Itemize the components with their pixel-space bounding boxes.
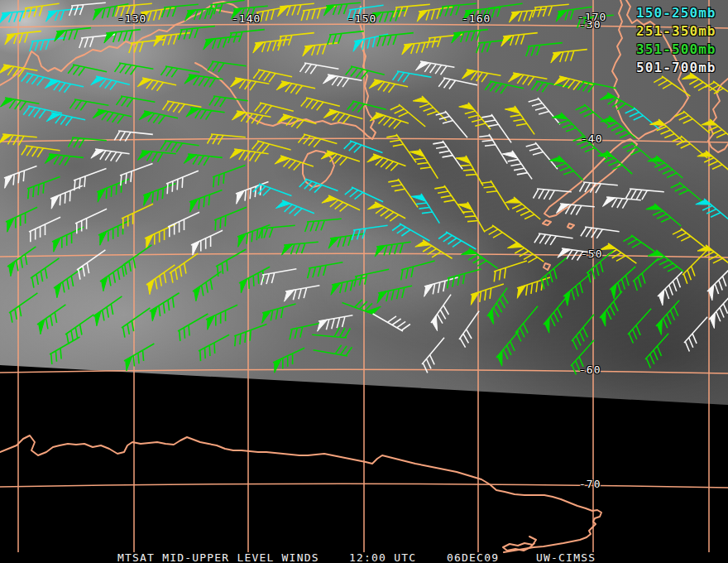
wind-barb-staff: [50, 337, 79, 364]
wind-barb-pennant: [148, 280, 154, 295]
wind-barb: [261, 269, 297, 286]
wind-barb: [104, 30, 141, 44]
wind-barb: [603, 197, 641, 209]
wind-barb: [45, 154, 84, 166]
wind-barb-pennant: [9, 262, 15, 277]
wind-barb: [438, 232, 476, 249]
wind-barb: [534, 233, 573, 245]
wind-barb: [122, 204, 153, 229]
wind-barb: [204, 36, 240, 51]
wind-barb: [160, 141, 199, 152]
wind-barb: [540, 257, 567, 289]
wind-barb-pennant: [697, 246, 713, 251]
wind-barb-staff: [300, 63, 339, 74]
wind-barb-pennant: [611, 284, 617, 300]
wind-barb: [457, 202, 485, 232]
wind-barb-staff: [684, 317, 707, 352]
wind-barb-staff: [393, 71, 432, 82]
wind-barb-pennant: [55, 283, 61, 298]
wind-barb-staff: [388, 179, 418, 207]
wind-barb: [9, 293, 37, 323]
wind-barb-pennant: [544, 318, 549, 334]
wind-barb-staff: [27, 177, 60, 200]
wind-barb-staff: [532, 81, 571, 92]
wind-barb-pennant: [497, 351, 502, 367]
wind-barb: [532, 81, 571, 92]
wind-barb: [124, 344, 154, 371]
wind-barb: [656, 301, 679, 335]
wind-barb: [673, 229, 708, 250]
wind-barb-pennant: [432, 315, 438, 331]
wind-barb-pennant: [648, 251, 663, 256]
wind-barb: [31, 258, 59, 288]
wind-barb: [186, 108, 225, 120]
caption-segment: 12:00 UTC: [349, 551, 416, 563]
wind-barb: [671, 182, 706, 205]
wind-barb: [410, 149, 438, 179]
wind-barb: [648, 156, 682, 178]
wind-barb: [459, 103, 491, 129]
caption-segment: 06DEC09: [447, 551, 499, 563]
wind-barb-staff: [305, 219, 342, 232]
wind-barb: [55, 28, 91, 42]
wind-barb: [342, 300, 381, 315]
wind-barb: [577, 81, 616, 93]
wind-barb: [137, 78, 176, 91]
wind-barb: [416, 61, 455, 75]
wind-barb: [77, 250, 105, 280]
wind-barb-pennant: [126, 357, 132, 372]
wind-barb: [628, 309, 651, 344]
wind-barb-pennant: [488, 309, 494, 325]
wind-barb: [178, 314, 208, 341]
wind-barb: [154, 33, 190, 47]
wind-barb-staff: [70, 99, 109, 110]
wind-barb: [91, 149, 130, 161]
wind-barb: [401, 261, 435, 280]
wind-barb-staff: [477, 40, 513, 54]
wind-barb: [255, 103, 294, 114]
wind-barb: [4, 166, 37, 189]
latitude-label: -50: [581, 248, 602, 260]
wind-barb: [549, 156, 583, 180]
wind-barb: [702, 119, 728, 142]
wind-barb: [323, 109, 362, 123]
wind-barb-staff: [9, 293, 37, 323]
wind-barb: [551, 50, 587, 64]
wind-barb: [275, 156, 314, 171]
wind-barb: [168, 212, 199, 237]
wind-barb: [422, 338, 444, 373]
wind-barb: [344, 141, 383, 152]
wind-barb: [166, 171, 199, 194]
longitude-label: -130: [117, 12, 146, 25]
wind-barb: [509, 73, 548, 85]
wind-barb-pennant: [102, 277, 108, 291]
wind-barb: [301, 98, 340, 110]
wind-barb-pennant: [241, 279, 247, 293]
wind-barb-staff: [253, 184, 292, 195]
legend-item: 150-250mb: [636, 4, 716, 22]
wind-barb: [557, 204, 595, 215]
wind-barb-staff: [123, 245, 151, 275]
satellite-wind-map: -130-140-150-160-170-30-40-50-60-70 150-…: [0, 0, 728, 563]
wind-barb: [402, 41, 438, 55]
wind-barb: [7, 247, 36, 277]
wind-barb: [98, 220, 130, 245]
wind-barb: [411, 194, 439, 224]
wind-barb: [75, 209, 107, 233]
wind-barb-staff: [143, 184, 176, 203]
wind-barb-staff: [75, 209, 107, 233]
wind-barb: [563, 274, 590, 306]
wind-barb-staff: [69, 137, 107, 148]
wind-barb-pennant: [517, 286, 525, 299]
wind-barb: [122, 308, 150, 338]
wind-barb: [502, 151, 532, 179]
wind-barb-staff: [199, 334, 229, 361]
wind-barb-staff: [4, 166, 37, 185]
wind-barb: [505, 106, 534, 134]
wind-barb: [515, 306, 538, 342]
wind-barb: [477, 40, 513, 54]
wind-barb-pennant: [646, 205, 662, 209]
wind-barb-pennant: [415, 241, 431, 247]
wind-barb: [199, 334, 229, 361]
wind-barb-staff: [373, 314, 410, 331]
